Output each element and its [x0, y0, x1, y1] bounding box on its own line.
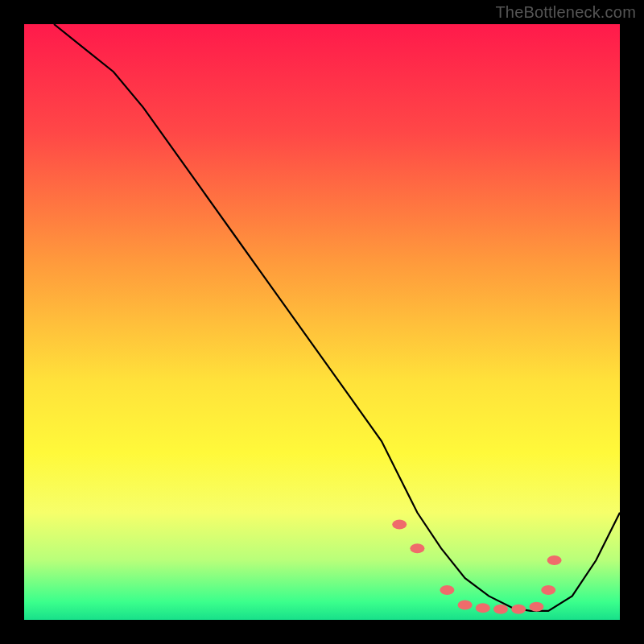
marker-point [458, 601, 473, 610]
marker-point [529, 602, 543, 612]
plot-area [24, 24, 620, 620]
gradient-background [24, 24, 620, 620]
marker-point [541, 585, 555, 595]
watermark-text: TheBottleneck.com [495, 3, 636, 22]
chart-frame: TheBottleneck.com [0, 0, 644, 644]
marker-point [547, 555, 562, 565]
marker-point [511, 605, 526, 614]
marker-point [410, 543, 424, 553]
chart-svg [24, 24, 620, 620]
marker-point [493, 605, 508, 614]
marker-point [440, 585, 454, 595]
marker-point [392, 520, 407, 530]
marker-point [476, 603, 490, 613]
